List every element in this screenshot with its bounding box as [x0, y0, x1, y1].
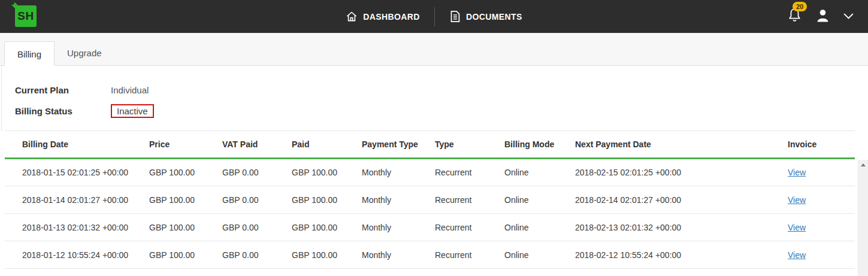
current-plan-value: Individual — [111, 85, 149, 95]
document-icon — [449, 10, 461, 23]
cell-type: Recurrent — [418, 159, 487, 186]
nav-item-dashboard[interactable]: DASHBOARD — [331, 0, 434, 33]
billing-content: Current Plan Individual Billing Status I… — [0, 66, 868, 269]
vertical-scrollbar[interactable] — [858, 160, 868, 276]
cell-type: Recurrent — [418, 241, 487, 269]
cell-paid: GBP 100.00 — [274, 186, 344, 214]
table-row: 2018-01-15 02:01:25 +00:00 GBP 100.00 GB… — [5, 159, 855, 186]
view-invoice-link[interactable]: View — [788, 223, 806, 232]
cell-payment-type: Monthly — [344, 159, 418, 186]
cell-billing-mode: Online — [487, 214, 558, 241]
cell-payment-type: Monthly — [344, 186, 418, 214]
current-plan-label: Current Plan — [15, 85, 111, 95]
cell-vat-paid: GBP 0.00 — [205, 159, 274, 186]
table-row: 2018-01-14 02:01:27 +00:00 GBP 100.00 GB… — [5, 186, 855, 214]
bell-icon — [787, 15, 802, 25]
panel-left-border — [1, 66, 2, 131]
column-header: Payment Type — [344, 131, 418, 159]
cell-paid: GBP 100.00 — [274, 214, 344, 241]
tab-billing[interactable]: Billing — [4, 41, 55, 66]
cell-billing-mode: Online — [487, 186, 558, 214]
cell-billing-date: 2018-01-13 02:01:32 +00:00 — [5, 214, 132, 241]
nav-item-documents[interactable]: DOCUMENTS — [435, 0, 537, 33]
cell-price: GBP 100.00 — [132, 214, 205, 241]
column-header: Billing Date — [5, 131, 132, 159]
main-nav: DASHBOARD DOCUMENTS — [0, 0, 868, 33]
top-navigation-bar: SH DASHBOARD DOCUMENTS — [0, 0, 868, 33]
home-icon — [346, 11, 358, 23]
column-header: VAT Paid — [205, 131, 274, 159]
plan-summary: Current Plan Individual Billing Status I… — [0, 66, 868, 122]
cell-price: GBP 100.00 — [132, 241, 205, 269]
cell-vat-paid: GBP 0.00 — [205, 214, 274, 241]
cell-paid: GBP 100.00 — [274, 241, 344, 269]
nav-label: DASHBOARD — [363, 12, 420, 22]
cell-payment-type: Monthly — [344, 214, 418, 241]
table-header-row: Billing DatePriceVAT PaidPaidPayment Typ… — [5, 131, 855, 159]
table-row: 2018-01-13 02:01:32 +00:00 GBP 100.00 GB… — [5, 214, 855, 241]
scrollbar-up-button[interactable] — [858, 160, 868, 170]
table-row: 2018-01-12 10:55:24 +00:00 GBP 100.00 GB… — [5, 241, 855, 269]
cell-vat-paid: GBP 0.00 — [205, 241, 274, 269]
view-invoice-link[interactable]: View — [788, 168, 806, 177]
nav-label: DOCUMENTS — [466, 12, 522, 22]
cell-billing-date: 2018-01-15 02:01:25 +00:00 — [5, 159, 132, 186]
column-header: Type — [418, 131, 487, 159]
view-invoice-link[interactable]: View — [788, 195, 806, 205]
cell-next-payment-date: 2018-02-15 02:01:25 +00:00 — [558, 159, 770, 186]
cell-next-payment-date: 2018-02-12 10:55:24 +00:00 — [558, 241, 770, 269]
cell-billing-mode: Online — [487, 241, 558, 269]
cell-next-payment-date: 2018-02-13 02:01:32 +00:00 — [558, 214, 770, 241]
cell-vat-paid: GBP 0.00 — [205, 186, 274, 214]
notification-count-badge: 20 — [793, 2, 807, 11]
billing-history-table: Billing DatePriceVAT PaidPaidPayment Typ… — [5, 131, 855, 269]
billing-status-badge: Inactive — [111, 104, 154, 118]
column-header: Billing Mode — [487, 131, 558, 159]
cell-invoice: View — [770, 159, 855, 186]
cell-next-payment-date: 2018-02-14 02:01:27 +00:00 — [558, 186, 770, 214]
tab-bar: Billing Upgrade — [0, 33, 868, 66]
cell-billing-date: 2018-01-12 10:55:24 +00:00 — [5, 241, 132, 269]
billing-status-row: Billing Status Inactive — [15, 101, 868, 122]
cell-price: GBP 100.00 — [132, 159, 205, 186]
cell-billing-date: 2018-01-14 02:01:27 +00:00 — [5, 186, 132, 214]
tab-upgrade[interactable]: Upgrade — [55, 41, 114, 65]
cell-invoice: View — [770, 241, 855, 269]
current-plan-row: Current Plan Individual — [15, 80, 868, 101]
billing-status-label: Billing Status — [15, 106, 111, 116]
column-header: Next Payment Date — [558, 131, 770, 159]
column-header: Invoice — [770, 131, 855, 159]
cell-type: Recurrent — [418, 186, 487, 214]
cell-price: GBP 100.00 — [132, 186, 205, 214]
column-header: Paid — [274, 131, 344, 159]
cell-payment-type: Monthly — [344, 241, 418, 269]
cell-billing-mode: Online — [487, 159, 558, 186]
column-header: Price — [132, 131, 205, 159]
notifications-button[interactable]: 20 — [787, 7, 802, 26]
scroll-up-arrow-icon — [861, 163, 866, 166]
view-invoice-link[interactable]: View — [788, 250, 806, 260]
cell-paid: GBP 100.00 — [274, 159, 344, 186]
cell-type: Recurrent — [418, 214, 487, 241]
cell-invoice: View — [770, 186, 855, 214]
cell-invoice: View — [770, 214, 855, 241]
